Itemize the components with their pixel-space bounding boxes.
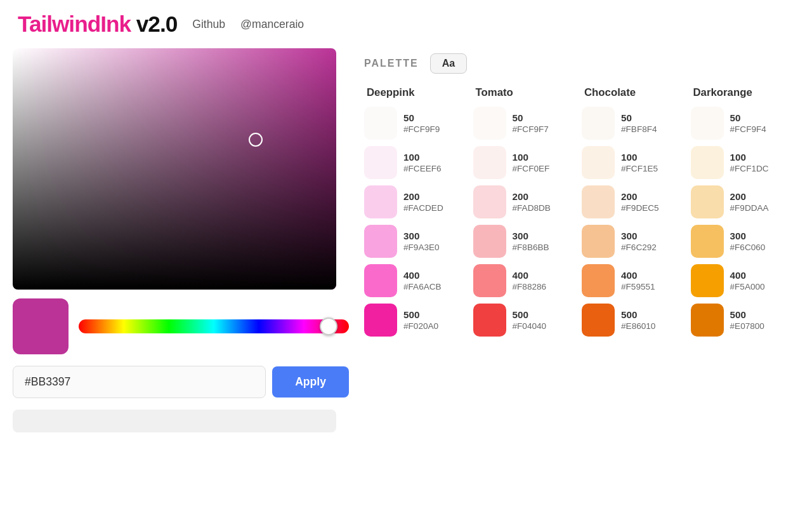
color-row[interactable]: 200#F9DDAA [691,185,800,218]
color-swatch [473,185,506,218]
aa-button[interactable]: Aa [430,53,467,74]
color-row[interactable]: 400#F5A000 [691,264,800,297]
color-row[interactable]: 100#FCF1E5 [582,146,691,179]
color-row[interactable]: 500#E86010 [582,304,691,337]
color-info: 50#FCF9F4 [730,112,766,134]
color-row[interactable]: 300#F6C292 [582,225,691,258]
color-swatch [364,146,397,179]
color-swatch [473,225,506,258]
main-layout: Apply PALETTE Aa Deeppink50#FCF9F9100#FC… [0,48,812,432]
color-shade: 100 [513,152,550,163]
hex-input[interactable] [13,366,266,398]
color-hex: #F88286 [513,282,547,291]
color-swatch [473,264,506,297]
color-info: 500#E86010 [621,309,655,331]
color-info: 400#FA6ACB [403,270,442,291]
twitter-link[interactable]: @manceraio [240,18,304,31]
color-shade: 300 [403,231,440,241]
column-header-chocolate: Chocolate [582,84,691,107]
color-row[interactable]: 500#F04040 [473,304,582,337]
color-row[interactable]: 50#FCF9F9 [364,107,473,140]
color-row[interactable]: 300#F6C060 [691,225,800,258]
color-swatch [473,304,506,337]
color-shade: 50 [513,112,549,123]
color-preview [13,298,69,354]
color-swatch [582,146,615,179]
color-row[interactable]: 500#F020A0 [364,304,473,337]
color-info: 500#F04040 [513,309,547,331]
color-column-darkorange: Darkorange50#FCF9F4100#FCF1DC200#F9DDAA3… [691,84,800,343]
color-shade: 200 [403,191,443,202]
preview-row [13,298,349,354]
color-row[interactable]: 200#FAD8DB [473,185,582,218]
color-picker-canvas[interactable] [13,48,336,290]
color-row[interactable]: 200#F9DEC5 [582,185,691,218]
github-link[interactable]: Github [192,18,225,31]
color-hex: #F6C292 [621,243,657,252]
color-row[interactable]: 400#FA6ACB [364,264,473,297]
color-row[interactable]: 100#FCF0EF [473,146,582,179]
color-hex: #E86010 [621,321,655,331]
color-shade: 100 [730,152,769,163]
hex-row: Apply [13,366,349,398]
apply-button[interactable]: Apply [272,366,349,398]
color-shade: 100 [621,152,658,163]
bottom-bar [13,410,336,432]
color-row[interactable]: 200#FACDED [364,185,473,218]
color-column-deeppink: Deeppink50#FCF9F9100#FCEEF6200#FACDED300… [364,84,473,343]
color-row[interactable]: 400#F59551 [582,264,691,297]
color-row[interactable]: 300#F8B6BB [473,225,582,258]
color-shade: 300 [730,231,766,241]
color-row[interactable]: 500#E07800 [691,304,800,337]
color-row[interactable]: 100#FCEEF6 [364,146,473,179]
color-row[interactable]: 100#FCF1DC [691,146,800,179]
color-swatch [582,185,615,218]
color-row[interactable]: 50#FCF9F4 [691,107,800,140]
color-info: 50#FCF9F9 [403,112,440,134]
color-column-chocolate: Chocolate50#FBF8F4100#FCF1E5200#F9DEC530… [582,84,691,343]
color-info: 100#FCF1DC [730,152,769,173]
logo-version: v2.0 [136,11,178,36]
color-info: 100#FCEEF6 [403,152,442,173]
color-row[interactable]: 50#FBF8F4 [582,107,691,140]
color-shade: 500 [621,309,655,320]
color-hex: #F5A000 [730,282,765,291]
hue-slider[interactable] [79,319,349,333]
color-hex: #FA6ACB [403,282,442,291]
color-info: 500#F020A0 [403,309,438,331]
color-info: 300#F9A3E0 [403,231,440,252]
color-hex: #F8B6BB [513,243,549,252]
color-info: 400#F5A000 [730,270,765,291]
color-swatch [582,304,615,337]
color-hex: #FCF9F7 [513,124,549,134]
color-shade: 500 [403,309,438,320]
color-shade: 200 [513,191,551,202]
color-row[interactable]: 50#FCF9F7 [473,107,582,140]
color-hex: #FCF1E5 [621,164,658,173]
color-shade: 50 [403,112,440,123]
color-swatch [473,107,506,140]
color-info: 300#F6C060 [730,231,766,252]
left-panel: Apply [13,48,349,432]
color-info: 100#FCF1E5 [621,152,658,173]
color-hex: #FCEEF6 [403,164,442,173]
color-swatch [691,304,724,337]
color-row[interactable]: 300#F9A3E0 [364,225,473,258]
color-hex: #FBF8F4 [621,124,657,134]
color-swatch [364,107,397,140]
color-swatch [364,264,397,297]
color-row[interactable]: 400#F88286 [473,264,582,297]
color-hex: #F9DEC5 [621,203,659,213]
color-shade: 100 [403,152,442,163]
color-hex: #FCF0EF [513,164,550,173]
color-info: 500#E07800 [730,309,764,331]
color-swatch [582,107,615,140]
logo-tailwind: TailwindInk [18,11,131,36]
hue-slider-container [79,319,349,333]
color-info: 400#F88286 [513,270,547,291]
color-hex: #F59551 [621,282,655,291]
color-shade: 400 [730,270,765,281]
color-swatch [691,264,724,297]
color-swatch [364,185,397,218]
header: TailwindInk v2.0 Github @manceraio [0,0,812,48]
